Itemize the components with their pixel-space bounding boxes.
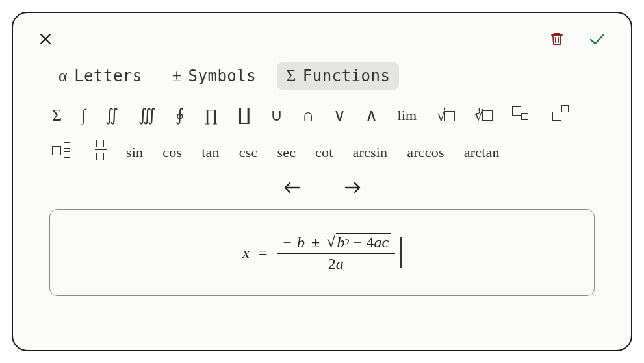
btn-bigwedge[interactable]: ∧ — [363, 106, 380, 125]
trash-icon — [549, 31, 565, 47]
btn-fraction[interactable] — [92, 138, 109, 166]
arrow-right-icon — [343, 181, 363, 195]
close-button[interactable] — [35, 29, 56, 49]
delete-button[interactable] — [547, 29, 567, 49]
cursor-nav — [35, 178, 609, 197]
btn-sum[interactable]: Σ — [49, 106, 64, 125]
btn-nthroot[interactable]: ∛ — [472, 106, 495, 125]
superscript-icon — [552, 105, 573, 122]
btn-arccos[interactable]: arccos — [404, 144, 446, 161]
cursor-left-button[interactable] — [279, 178, 304, 197]
btn-oint[interactable]: ∮ — [173, 106, 187, 125]
btn-tan[interactable]: tan — [199, 144, 222, 161]
check-icon — [588, 31, 606, 47]
btn-sec[interactable]: sec — [274, 144, 298, 161]
tab-letters-glyph: α — [58, 66, 68, 86]
arrow-left-icon — [282, 181, 302, 195]
tab-functions-glyph: Σ — [286, 66, 296, 86]
btn-superscript[interactable] — [550, 104, 576, 127]
tab-symbols-label: Symbols — [188, 67, 257, 85]
tab-letters-label: Letters — [74, 67, 142, 85]
btn-prod[interactable]: ∏ — [201, 106, 220, 125]
btn-coprod[interactable]: ∐ — [235, 106, 253, 125]
formula-input[interactable]: x = −b ± √ b2 − 4ac 2a — [49, 209, 595, 296]
subsuper-icon — [52, 142, 75, 159]
equation-editor-modal: α Letters ± Symbols Σ Functions Σ ∫ ∬ ∭ … — [12, 12, 632, 351]
btn-subscript[interactable] — [509, 104, 535, 127]
btn-arcsin[interactable]: arcsin — [350, 144, 391, 161]
title-bar — [35, 27, 609, 51]
nthroot-icon: ∛ — [474, 109, 493, 123]
btn-csc[interactable]: csc — [237, 144, 261, 161]
formula-content: x = −b ± √ b2 − 4ac 2a — [242, 232, 395, 274]
text-caret — [400, 237, 402, 268]
category-tabs: α Letters ± Symbols Σ Functions — [49, 62, 609, 90]
fraction-icon — [95, 140, 107, 162]
btn-bigcup[interactable]: ∪ — [268, 106, 285, 125]
btn-iint[interactable]: ∬ — [103, 106, 122, 125]
btn-int[interactable]: ∫ — [79, 106, 88, 125]
btn-iiint[interactable]: ∭ — [136, 106, 159, 125]
tab-symbols[interactable]: ± Symbols — [163, 62, 265, 90]
btn-cot[interactable]: cot — [313, 144, 335, 161]
palette-row-1: Σ ∫ ∬ ∭ ∮ ∏ ∐ ∪ ∩ ∨ ∧ lim √ ∛ — [49, 104, 609, 127]
tab-functions[interactable]: Σ Functions — [277, 62, 399, 90]
btn-arctan[interactable]: arctan — [461, 144, 502, 161]
symbol-palette: Σ ∫ ∬ ∭ ∮ ∏ ∐ ∪ ∩ ∨ ∧ lim √ ∛ — [49, 104, 609, 166]
btn-bigcap[interactable]: ∩ — [300, 106, 317, 125]
btn-sin[interactable]: sin — [123, 144, 146, 161]
btn-subsuper[interactable] — [49, 141, 78, 164]
cursor-right-button[interactable] — [341, 178, 365, 197]
sqrt-icon: √ — [436, 107, 454, 124]
close-icon — [38, 31, 53, 47]
tab-functions-label: Functions — [303, 67, 391, 85]
btn-sqrt[interactable]: √ — [433, 106, 457, 125]
confirm-button[interactable] — [586, 29, 609, 49]
btn-lim[interactable]: lim — [394, 107, 419, 124]
subscript-icon — [512, 105, 533, 122]
tab-symbols-glyph: ± — [172, 66, 182, 86]
tab-letters[interactable]: α Letters — [49, 62, 151, 90]
btn-cos[interactable]: cos — [160, 144, 185, 161]
btn-bigvee[interactable]: ∨ — [331, 106, 348, 125]
palette-row-2: sin cos tan csc sec cot arcsin arccos ar… — [49, 138, 609, 166]
